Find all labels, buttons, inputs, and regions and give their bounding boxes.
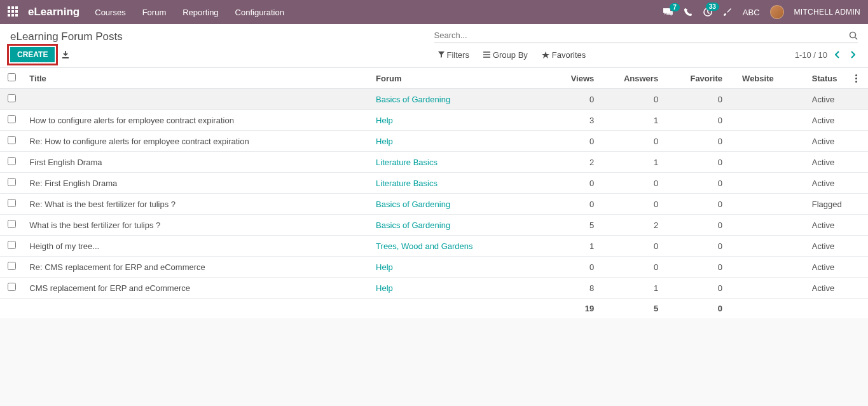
cell-forum[interactable]: Basics of Gardening [376,200,450,209]
row-checkbox[interactable] [8,115,16,123]
col-website[interactable]: Website [729,68,780,89]
cell-answers: 0 [600,236,665,257]
table-row[interactable]: Basics of Gardening000Active [0,89,868,110]
cell-website [729,194,780,215]
chat-icon[interactable]: 7 [663,8,673,17]
total-favorite: 0 [665,299,729,319]
row-checkbox[interactable] [8,94,16,102]
cell-title: What is the best fertilizer for tulips ? [23,215,369,236]
cell-answers: 1 [600,278,665,299]
col-options-icon[interactable] [849,68,868,89]
cell-forum[interactable]: Basics of Gardening [376,95,450,104]
cell-views: 0 [536,173,600,194]
table-row[interactable]: Re: CMS replacement for ERP and eCommerc… [0,257,868,278]
row-checkbox[interactable] [8,220,16,228]
filters-button[interactable]: Filters [438,50,469,60]
col-favorite[interactable]: Favorite [665,68,729,89]
table-row[interactable]: How to configure alerts for employee con… [0,110,868,131]
cell-forum[interactable]: Trees, Wood and Gardens [376,241,472,251]
search-icon[interactable] [849,31,858,40]
create-button[interactable]: Create [10,47,55,62]
cell-forum[interactable]: Literature Basics [376,158,437,167]
nav-menu-configuration[interactable]: Configuration [235,8,284,17]
cell-answers: 1 [600,110,665,131]
svg-point-4 [855,81,857,83]
nav-menu-forum[interactable]: Forum [142,8,167,17]
cell-answers: 0 [600,257,665,278]
cell-title: Re: CMS replacement for ERP and eCommerc… [23,257,369,278]
cell-forum[interactable]: Help [376,137,393,146]
row-checkbox[interactable] [8,241,16,249]
cell-answers: 0 [600,89,665,110]
cell-views: 8 [536,278,600,299]
cell-favorite: 0 [665,215,729,236]
col-views[interactable]: Views [536,68,600,89]
row-checkbox[interactable] [8,157,16,165]
row-checkbox[interactable] [8,262,16,270]
cell-views: 3 [536,110,600,131]
cell-status: Active [780,152,849,173]
table-row[interactable]: Heigth of my tree...Trees, Wood and Gard… [0,236,868,257]
avatar[interactable] [770,5,784,19]
row-checkbox[interactable] [8,199,16,207]
cell-answers: 1 [600,152,665,173]
cell-title: CMS replacement for ERP and eCommerce [23,278,369,299]
tools-icon[interactable] [723,8,733,17]
search-bar[interactable] [434,30,858,43]
cell-title: Re: How to configure alerts for employee… [23,131,369,152]
cell-forum[interactable]: Literature Basics [376,179,437,188]
cell-status: Active [780,173,849,194]
col-title[interactable]: Title [23,68,369,89]
select-all-checkbox[interactable] [8,73,16,81]
nav-menu-reporting[interactable]: Reporting [183,8,218,17]
col-forum[interactable]: Forum [369,68,536,89]
cell-favorite: 0 [665,278,729,299]
table-header: Title Forum Views Answers Favorite Websi… [0,68,868,89]
table-row[interactable]: Re: What is the best fertilizer for tuli… [0,194,868,215]
col-status[interactable]: Status [780,68,849,89]
cell-forum[interactable]: Help [376,283,393,293]
cell-website [729,278,780,299]
group-by-button[interactable]: Group By [483,50,528,60]
table-row[interactable]: Re: How to configure alerts for employee… [0,131,868,152]
row-checkbox[interactable] [8,178,16,186]
svg-point-1 [850,32,856,37]
row-checkbox[interactable] [8,136,16,144]
cell-views: 0 [536,194,600,215]
table-footer: 19 5 0 [0,299,868,319]
phone-icon[interactable] [684,8,692,17]
brand-title[interactable]: eLearning [28,6,79,18]
favorites-button[interactable]: Favorites [542,50,586,60]
search-input[interactable] [434,30,850,40]
cell-favorite: 0 [665,257,729,278]
cell-website [729,173,780,194]
total-answers: 5 [600,299,665,319]
total-views: 19 [536,299,600,319]
pager: 1-10 / 10 [795,50,858,60]
pager-text[interactable]: 1-10 / 10 [795,50,827,60]
cell-title: First English Drama [23,152,369,173]
row-checkbox[interactable] [8,283,16,291]
cell-forum[interactable]: Help [376,116,393,125]
activity-icon[interactable]: 33 [703,7,713,17]
pager-prev[interactable] [832,51,843,58]
nav-menu-courses[interactable]: Courses [95,8,125,17]
top-navbar: eLearning Courses Forum Reporting Config… [0,0,868,24]
table-row[interactable]: CMS replacement for ERP and eCommerceHel… [0,278,868,299]
pager-next[interactable] [848,51,858,58]
cell-favorite: 0 [665,236,729,257]
download-icon[interactable] [61,50,70,59]
cell-title: Re: What is the best fertilizer for tuli… [23,194,369,215]
table-row[interactable]: What is the best fertilizer for tulips ?… [0,215,868,236]
cell-forum[interactable]: Basics of Gardening [376,220,450,230]
cell-forum[interactable]: Help [376,262,393,272]
apps-icon[interactable] [8,6,19,18]
col-answers[interactable]: Answers [600,68,665,89]
control-panel: eLearning Forum Posts Create Filters [0,24,868,68]
cell-website [729,110,780,131]
company-switcher[interactable]: ABC [743,8,760,17]
cell-answers: 0 [600,173,665,194]
table-row[interactable]: First English DramaLiterature Basics210A… [0,152,868,173]
table-row[interactable]: Re: First English DramaLiterature Basics… [0,173,868,194]
user-name[interactable]: MITCHELL ADMIN [794,8,860,17]
